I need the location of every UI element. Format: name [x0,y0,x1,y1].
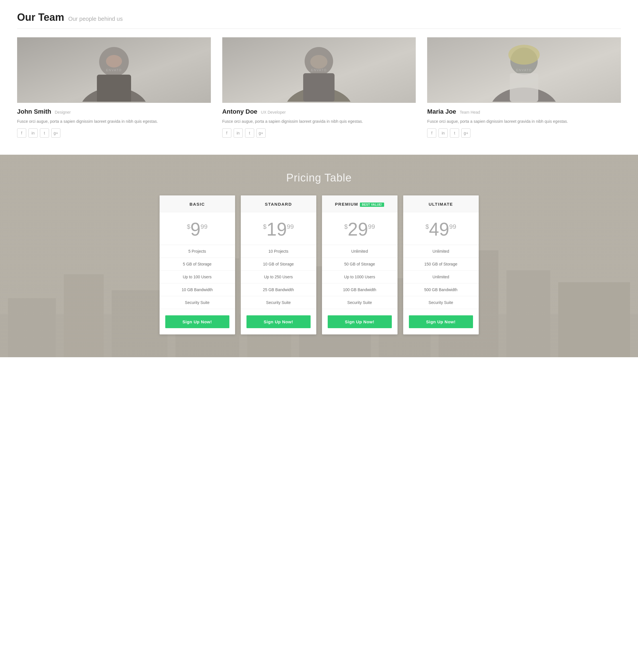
feature-ultimate-0: Unlimited [403,245,479,258]
twitter-icon-2[interactable]: t [450,128,459,138]
best-value-badge: BEST VALUE! [360,203,384,207]
plan-name-ultimate: ULTIMATE [429,202,453,207]
svg-point-10 [508,45,540,65]
member-name-2: Maria Joe [427,108,456,115]
price-amount-basic: 9 [190,220,201,238]
social-icons-0: f in t g+ [17,128,211,138]
plan-header-standard: STANDARD [241,195,316,212]
team-photo-1: envato [222,37,416,103]
member-bio-1: Fusce orci augue, porta a sapien digniss… [222,118,416,124]
member-name-wrap-2: Maria Joe Team Head [427,108,621,115]
pricing-features-standard: 10 Projects10 GB of StorageUp to 250 Use… [241,245,316,309]
plan-name-premium: PREMIUM [335,202,358,207]
feature-premium-2: Up to 1000 Users [322,271,398,283]
pricing-card-basic: BASIC $999 5 Projects5 GB of StorageUp t… [160,195,235,334]
pricing-section-title: Pricing Table [17,172,621,184]
pricing-card-premium: PREMIUMBEST VALUE! $2999 Unlimited50 GB … [322,195,398,334]
feature-basic-2: Up to 100 Users [160,271,235,283]
pricing-cta-premium: Sign Up Now! [322,309,398,334]
member-role-0: Designer [55,110,71,115]
signup-button-ultimate[interactable]: Sign Up Now! [409,315,473,328]
pricing-grid: BASIC $999 5 Projects5 GB of StorageUp t… [160,195,479,334]
pricing-features-ultimate: Unlimited150 GB of StorageUnlimited500 G… [403,245,479,309]
facebook-icon-1[interactable]: f [222,128,231,138]
team-photo-0: envato [17,37,211,103]
member-bio-0: Fusce orci augue, porta a sapien digniss… [17,118,211,124]
linkedin-icon-2[interactable]: in [438,128,448,138]
price-cents-standard: 99 [287,223,293,230]
feature-premium-1: 50 GB of Storage [322,258,398,271]
plan-name-standard: STANDARD [265,202,292,207]
pricing-cta-standard: Sign Up Now! [241,309,316,334]
svg-rect-11 [510,73,538,102]
facebook-icon-2[interactable]: f [427,128,436,138]
feature-ultimate-1: 150 GB of Storage [403,258,479,271]
googleplus-icon-0[interactable]: g+ [51,128,61,138]
linkedin-icon-0[interactable]: in [29,128,38,138]
signup-button-premium[interactable]: Sign Up Now! [328,315,392,328]
feature-ultimate-4: Security Suite [403,296,479,309]
member-name-0: John Smith [17,108,51,115]
team-header: Our Team Our people behind us [17,12,621,29]
plan-header-ultimate: ULTIMATE [403,195,479,212]
price-cents-ultimate: 99 [449,223,456,230]
feature-basic-4: Security Suite [160,296,235,309]
pricing-section: Pricing Table BASIC $999 5 Projects5 GB … [0,155,638,357]
plan-header-premium: PREMIUMBEST VALUE! [322,195,398,212]
price-amount-standard: 19 [266,220,287,238]
linkedin-icon-1[interactable]: in [234,128,243,138]
feature-standard-1: 10 GB of Storage [241,258,316,271]
googleplus-icon-2[interactable]: g+ [461,128,470,138]
price-dollar-standard: $ [263,223,266,230]
signup-button-standard[interactable]: Sign Up Now! [247,315,310,328]
plan-header-basic: BASIC [160,195,235,212]
member-name-1: Antony Doe [222,108,257,115]
price-dollar-premium: $ [344,223,348,230]
feature-premium-0: Unlimited [322,245,398,258]
svg-rect-2 [97,75,131,102]
price-dollar-ultimate: $ [425,223,429,230]
svg-point-7 [310,55,328,69]
pricing-title-wrap: Pricing Table [17,172,621,184]
feature-basic-3: 10 GB Bandwidth [160,283,235,296]
member-role-2: Team Head [459,110,480,115]
googleplus-icon-1[interactable]: g+ [256,128,266,138]
price-wrap-standard: $1999 [241,212,316,245]
team-photo-2: envato [427,37,621,103]
pricing-cta-ultimate: Sign Up Now! [403,309,479,334]
twitter-icon-0[interactable]: t [40,128,49,138]
price-wrap-ultimate: $4999 [403,212,479,245]
feature-ultimate-2: Unlimited [403,271,479,283]
feature-premium-3: 100 GB Bandwidth [322,283,398,296]
social-icons-1: f in t g+ [222,128,416,138]
svg-rect-6 [303,73,335,102]
plan-name-basic: BASIC [189,202,205,207]
feature-standard-4: Security Suite [241,296,316,309]
member-name-wrap-0: John Smith Designer [17,108,211,115]
pricing-card-standard: STANDARD $1999 10 Projects10 GB of Stora… [241,195,316,334]
team-card-1: envato Antony Doe UX Developer Fusce orc… [222,37,416,138]
feature-standard-3: 25 GB Bandwidth [241,283,316,296]
pricing-features-basic: 5 Projects5 GB of StorageUp to 100 Users… [160,245,235,309]
pricing-features-premium: Unlimited50 GB of StorageUp to 1000 User… [322,245,398,309]
svg-point-3 [106,55,122,68]
price-cents-basic: 99 [201,223,207,230]
price-wrap-basic: $999 [160,212,235,245]
member-name-wrap-1: Antony Doe UX Developer [222,108,416,115]
team-grid: envato John Smith Designer Fusce orci au… [17,37,621,138]
feature-basic-0: 5 Projects [160,245,235,258]
price-dollar-basic: $ [187,223,190,230]
team-card-0: envato John Smith Designer Fusce orci au… [17,37,211,138]
twitter-icon-1[interactable]: t [245,128,254,138]
signup-button-basic[interactable]: Sign Up Now! [165,315,229,328]
feature-basic-1: 5 GB of Storage [160,258,235,271]
price-amount-ultimate: 49 [429,220,449,238]
facebook-icon-0[interactable]: f [17,128,26,138]
price-wrap-premium: $2999 [322,212,398,245]
member-role-1: UX Developer [261,110,286,115]
feature-standard-2: Up to 250 Users [241,271,316,283]
team-section-subtitle: Our people behind us [68,16,122,22]
social-icons-2: f in t g+ [427,128,621,138]
feature-premium-4: Security Suite [322,296,398,309]
price-amount-premium: 29 [348,220,368,238]
